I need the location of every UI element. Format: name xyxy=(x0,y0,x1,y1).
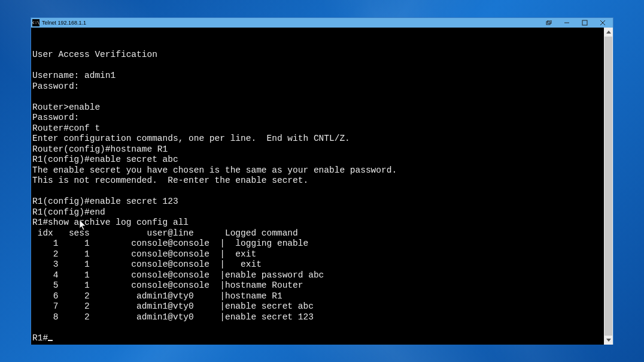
window-controls xyxy=(540,18,612,28)
vertical-scrollbar[interactable] xyxy=(604,28,613,345)
scroll-thumb[interactable] xyxy=(604,37,612,336)
telnet-window: c:\ Telnet 192.168.1.1 User Access Verif… xyxy=(31,17,613,345)
scroll-up-button[interactable] xyxy=(604,28,613,37)
cmd-icon: c:\ xyxy=(32,19,40,26)
scroll-track[interactable] xyxy=(604,37,613,336)
close-icon xyxy=(600,20,606,26)
restore-alt-icon xyxy=(546,20,552,25)
close-button[interactable] xyxy=(594,18,612,28)
scroll-down-button[interactable] xyxy=(604,336,613,345)
restore-down-alt-button[interactable] xyxy=(540,18,558,28)
chevron-up-icon xyxy=(606,31,611,34)
maximize-button[interactable] xyxy=(576,18,594,28)
terminal-container: User Access Verification Username: admin… xyxy=(31,28,613,345)
window-title: Telnet 192.168.1.1 xyxy=(42,20,540,26)
chevron-down-icon xyxy=(606,339,611,342)
minimize-button[interactable] xyxy=(558,18,576,28)
minimize-icon xyxy=(564,20,570,26)
svg-marker-6 xyxy=(606,31,611,34)
svg-rect-3 xyxy=(582,20,587,25)
window-titlebar[interactable]: c:\ Telnet 192.168.1.1 xyxy=(31,18,613,28)
terminal-output[interactable]: User Access Verification Username: admin… xyxy=(31,28,604,345)
maximize-icon xyxy=(582,20,588,26)
svg-marker-7 xyxy=(606,339,611,342)
